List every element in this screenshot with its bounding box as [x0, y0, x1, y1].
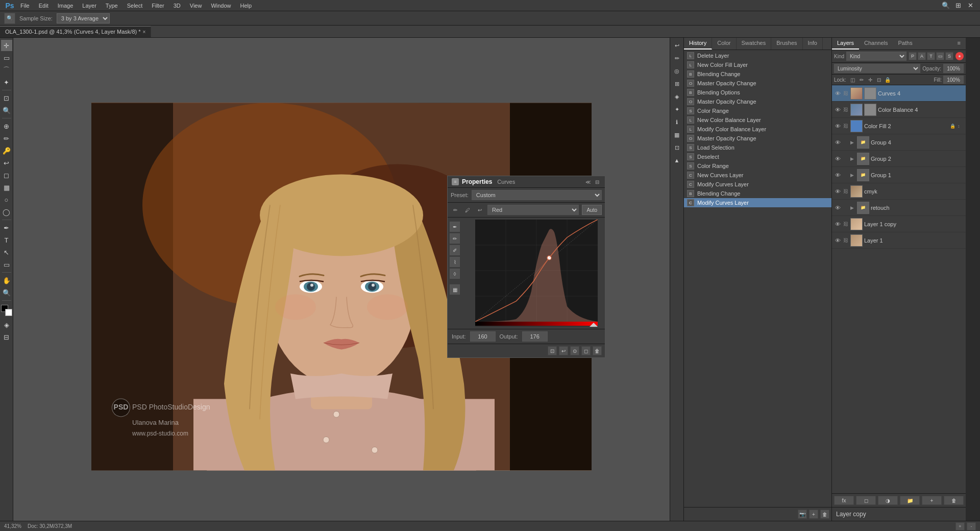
curves-pencil-tool[interactable]: ◊	[450, 269, 460, 279]
expand-icon[interactable]: ⊟	[594, 178, 601, 185]
color-tab[interactable]: Color	[712, 38, 736, 50]
layer-visibility-group2[interactable]: 👁	[834, 155, 841, 162]
history-item[interactable]: B Blending Change	[684, 189, 831, 198]
histogram-rt-icon[interactable]: ▦	[671, 129, 682, 140]
menu-filter[interactable]: Filter	[148, 2, 168, 10]
eyedropper-white-tool[interactable]: ✐	[450, 245, 460, 255]
extra1-rt-icon[interactable]: ▲	[671, 155, 682, 166]
eyedropper-black-tool[interactable]: ✒	[450, 222, 460, 232]
crop-tool[interactable]: ⊡	[1, 92, 12, 104]
output-value[interactable]	[522, 331, 548, 342]
channel-select[interactable]: Red	[487, 205, 579, 215]
preset-select[interactable]: Custom	[472, 190, 602, 200]
group-arrow-retouch[interactable]: ▶	[850, 205, 855, 210]
info-rt-icon[interactable]: ℹ	[671, 116, 682, 128]
brush-tool[interactable]: ✏	[1, 133, 12, 144]
background-color[interactable]	[5, 309, 12, 316]
history-rt-icon[interactable]: ↩	[671, 40, 682, 51]
zoom-in-button[interactable]: +	[955, 522, 965, 530]
layer-visibility-colorfill2[interactable]: 👁	[834, 123, 841, 130]
layer-visibility-layer1[interactable]: 👁	[834, 237, 841, 244]
opacity-input[interactable]	[943, 64, 964, 73]
previous-state-icon[interactable]: ↩	[559, 346, 568, 355]
layer-row-group1[interactable]: 👁 ▶ 📁 Group 1	[832, 167, 966, 183]
document-tab[interactable]: OLA_1300-1.psd @ 41,3% (Curves 4, Layer …	[0, 26, 151, 37]
filter-pixel-icon[interactable]: P	[909, 52, 917, 60]
history-item[interactable]: S Deselect	[684, 152, 831, 161]
menu-image[interactable]: Image	[54, 2, 78, 10]
clone-tool[interactable]: 🔑	[1, 145, 12, 156]
channel-icon-3[interactable]: ↩	[475, 205, 484, 214]
lock-position-icon[interactable]: ✛	[867, 76, 874, 83]
path-tool[interactable]: ↖	[1, 247, 12, 258]
group-arrow-group2[interactable]: ▶	[850, 156, 855, 161]
filter-shape-icon[interactable]: ▭	[936, 52, 944, 60]
pen-tool[interactable]: ✒	[1, 222, 12, 233]
layer-visibility-curves4[interactable]: 👁	[834, 90, 841, 97]
history-item-active[interactable]: C Modify Curves Layer	[684, 198, 831, 207]
history-brush-tool[interactable]: ↩	[1, 157, 12, 168]
auto-button[interactable]: Auto	[582, 205, 602, 215]
group-arrow-group1[interactable]: ▶	[850, 173, 855, 178]
menu-type[interactable]: Type	[102, 2, 122, 10]
marquee-tool[interactable]: ▭	[1, 52, 12, 63]
blur-tool[interactable]: ○	[1, 194, 12, 205]
layer-visibility-retouch[interactable]: 👁	[834, 204, 841, 211]
adjustment-rt-icon[interactable]: ◈	[671, 91, 682, 102]
fill-input[interactable]	[943, 76, 964, 84]
clip-to-layer-icon[interactable]: ⊡	[548, 346, 557, 355]
delete-history-button[interactable]: 🗑	[820, 510, 829, 519]
mask-icon[interactable]: ◻	[581, 346, 591, 355]
filter-adj-icon[interactable]: A	[918, 52, 926, 60]
filter-active-indicator[interactable]: ●	[955, 52, 964, 60]
layer-row-cmyk[interactable]: 👁 ⛓ cmyk	[832, 183, 966, 200]
style-rt-icon[interactable]: ✦	[671, 104, 682, 115]
menu-layer[interactable]: Layer	[78, 2, 101, 10]
new-group-button[interactable]: 📁	[900, 496, 920, 505]
search-icon[interactable]: 🔍	[940, 0, 951, 11]
new-snapshot-button[interactable]: 📷	[798, 510, 807, 519]
history-item[interactable]: C Modify Curves Layer	[684, 180, 831, 189]
swatches-tab[interactable]: Swatches	[737, 38, 772, 50]
delete-layer-button[interactable]: 🗑	[944, 496, 964, 505]
filter-smart-icon[interactable]: S	[945, 52, 953, 60]
history-item[interactable]: O Master Opacity Change	[684, 79, 831, 88]
arrange-icon[interactable]: ⊞	[952, 0, 964, 11]
brushes-tab[interactable]: Brushes	[771, 38, 802, 50]
layer-row-layer1[interactable]: 👁 ⛓ Layer 1	[832, 232, 966, 249]
layer-visibility-cmyk[interactable]: 👁	[834, 188, 841, 195]
layers-rt-icon[interactable]: ⊞	[671, 78, 682, 89]
paths-tab[interactable]: Paths	[893, 38, 918, 50]
history-item[interactable]: L New Color Fill Layer	[684, 60, 831, 69]
channels-tab[interactable]: Channels	[859, 38, 893, 50]
history-item[interactable]: O Master Opacity Change	[684, 97, 831, 106]
history-item[interactable]: O Master Opacity Change	[684, 134, 831, 143]
navigator-rt-icon[interactable]: ⊡	[671, 142, 682, 153]
layer-row-colorfill2[interactable]: 👁 ⛓ Color Fill 2 🔒 ↕	[832, 118, 966, 134]
menu-select[interactable]: Select	[123, 2, 147, 10]
color-rt-icon[interactable]: ◎	[671, 65, 682, 77]
history-item[interactable]: L Delete Layer	[684, 51, 831, 60]
hand-tool[interactable]: ✋	[1, 275, 12, 286]
history-item[interactable]: B Blending Options	[684, 88, 831, 97]
history-item[interactable]: B Blending Change	[684, 69, 831, 79]
blend-mode-select[interactable]: Luminosity	[834, 64, 920, 73]
brush-rt-icon[interactable]: ✏	[671, 53, 682, 64]
panel-menu-icon[interactable]: ≡	[952, 38, 966, 50]
curves-smooth-tool[interactable]: ▦	[450, 284, 460, 295]
history-tab[interactable]: History	[684, 38, 712, 50]
history-item[interactable]: S Color Range	[684, 161, 831, 171]
layer-row-group2[interactable]: 👁 ▶ 📁 Group 2	[832, 151, 966, 167]
menu-view[interactable]: View	[186, 2, 206, 10]
group-arrow-group4[interactable]: ▶	[850, 140, 855, 145]
delete-adjustment-icon[interactable]: 🗑	[593, 346, 602, 355]
history-item[interactable]: L Modify Color Balance Layer	[684, 125, 831, 134]
eyedropper-tool[interactable]: 🔍	[1, 105, 12, 116]
add-mask-button[interactable]: ◻	[856, 496, 876, 505]
info-tab[interactable]: Info	[803, 38, 823, 50]
properties-header[interactable]: ≡ Properties Curves ≪ ⊟	[448, 176, 605, 188]
menu-file[interactable]: File	[16, 2, 34, 10]
history-item[interactable]: L New Color Balance Layer	[684, 115, 831, 125]
layer-row-curves4[interactable]: 👁 ⛓ Curves 4	[832, 85, 966, 102]
history-item[interactable]: S Load Selection	[684, 143, 831, 152]
